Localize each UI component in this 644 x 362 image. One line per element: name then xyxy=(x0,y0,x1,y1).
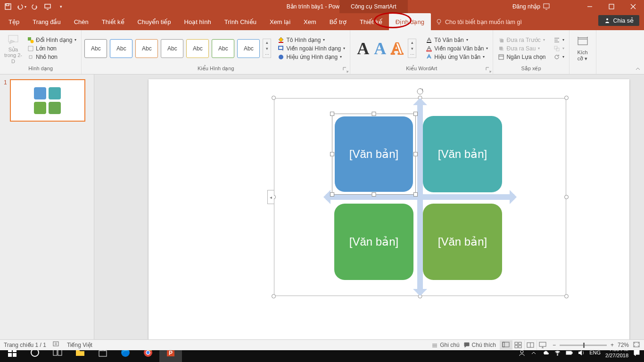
tab-smartart-format[interactable]: Định dạng xyxy=(389,13,431,30)
larger-icon xyxy=(27,45,34,52)
wordart-style-1[interactable]: A xyxy=(357,40,369,57)
svg-rect-20 xyxy=(499,47,503,50)
slideshow-view-button[interactable] xyxy=(537,340,549,350)
smaller-button[interactable]: Nhỏ hơn xyxy=(25,53,78,61)
slide-thumbnail-panel[interactable]: 1 xyxy=(0,74,94,350)
reading-view-button[interactable] xyxy=(524,340,537,350)
align-icon xyxy=(553,37,560,43)
wordart-gallery-nav[interactable]: ▴▾⋯ xyxy=(408,39,416,58)
smartart-selection[interactable]: ◂ [Văn bản] [Văn bản] [Văn bản] [Văn bản… xyxy=(274,98,566,296)
handle-tl[interactable] xyxy=(272,96,276,100)
normal-view-button[interactable] xyxy=(500,340,512,350)
sign-in[interactable]: Đăng nhập xyxy=(512,0,550,13)
tab-animations[interactable]: Hoạt hình xyxy=(178,13,218,30)
svg-rect-2 xyxy=(45,4,50,8)
redo-button[interactable] xyxy=(28,1,41,12)
tray-language[interactable]: ENG xyxy=(589,350,601,355)
shape-fill-button[interactable]: Tô Hình dạng▾ xyxy=(276,36,347,44)
slide-canvas[interactable]: ◂ [Văn bản] [Văn bản] [Văn bản] [Văn bản… xyxy=(149,79,629,350)
collapse-ribbon-icon[interactable] xyxy=(635,66,641,72)
shape-outline-button[interactable]: Viền ngoài Hình dạng▾ xyxy=(276,45,347,52)
wordart-gallery[interactable]: A A A ▴▾⋯ xyxy=(353,39,420,58)
change-shape-button[interactable]: Đổi Hình dạng▾ xyxy=(25,36,78,44)
effects-icon xyxy=(278,54,284,60)
selection-pane-button[interactable]: Ngăn Lựa chọn xyxy=(496,53,547,61)
shape-style-4[interactable]: Abc xyxy=(161,39,183,58)
rotate-button[interactable]: ▾ xyxy=(552,53,566,61)
shape-style-3[interactable]: Abc xyxy=(135,39,158,58)
maximize-button[interactable] xyxy=(601,0,622,13)
svg-rect-4 xyxy=(609,4,614,9)
svg-rect-42 xyxy=(58,350,62,355)
text-effects-button[interactable]: Hiệu ứng Văn bản▾ xyxy=(424,53,490,61)
slide-thumbnail-1[interactable] xyxy=(10,79,85,122)
expand-text-pane[interactable]: ◂ xyxy=(267,190,274,204)
slide-edit-area[interactable]: ◂ [Văn bản] [Văn bản] [Văn bản] [Văn bản… xyxy=(94,74,644,350)
workspace: 1 ◂ xyxy=(0,74,644,350)
shape-style-5[interactable]: Abc xyxy=(186,39,209,58)
text-outline-button[interactable]: Viền ngoài Văn bản▾ xyxy=(424,45,490,52)
display-options-icon[interactable] xyxy=(543,3,550,10)
smartart-box-4[interactable]: [Văn bản] xyxy=(423,204,502,280)
tab-review[interactable]: Xem lại xyxy=(263,13,297,30)
tell-me[interactable]: Cho tôi biết bạn muốn làm gì xyxy=(436,18,522,25)
wordart-style-2[interactable]: A xyxy=(374,40,386,57)
undo-button[interactable]: ▾ xyxy=(15,1,27,12)
svg-point-6 xyxy=(606,18,608,20)
ribbon: Sửatrong 2-D Đổi Hình dạng▾ Lớn hơn Nhỏ … xyxy=(0,30,644,74)
shape-styles-gallery[interactable]: Abc Abc Abc Abc Abc Abc Abc ▴▾⋯ xyxy=(84,39,271,58)
smartart-box-3[interactable]: [Văn bản] xyxy=(334,204,413,280)
tab-file[interactable]: Tệp xyxy=(2,13,26,30)
sorter-view-button[interactable] xyxy=(512,340,524,350)
close-button[interactable] xyxy=(622,0,644,13)
handle-bl[interactable] xyxy=(272,294,276,298)
tab-view[interactable]: Xem xyxy=(297,13,323,30)
save-button[interactable] xyxy=(2,1,14,12)
tab-slideshow[interactable]: Trình Chiếu xyxy=(218,13,263,30)
size-button[interactable]: Kíchcỡ ▾ xyxy=(572,35,593,61)
tab-home[interactable]: Trang đầu xyxy=(26,13,67,30)
gallery-nav[interactable]: ▴▾⋯ xyxy=(263,39,271,58)
inner-selection[interactable] xyxy=(332,114,416,195)
minimize-button[interactable] xyxy=(579,0,601,13)
handle-br[interactable] xyxy=(564,294,569,298)
slide-count[interactable]: Trang chiếu 1 / 1 xyxy=(4,342,46,348)
start-from-beginning-button[interactable] xyxy=(41,1,54,12)
shape-style-2[interactable]: Abc xyxy=(110,39,132,58)
tab-transitions[interactable]: Chuyển tiếp xyxy=(131,13,178,30)
shape-effects-button[interactable]: Hiệu ứng Hình dạng▾ xyxy=(276,53,347,61)
handle-mr[interactable] xyxy=(564,195,569,199)
handle-tr[interactable] xyxy=(564,96,569,100)
selection-pane-icon xyxy=(498,54,504,60)
spell-check-icon[interactable] xyxy=(53,341,60,349)
zoom-out[interactable]: − xyxy=(553,342,556,348)
zoom-in[interactable]: + xyxy=(611,342,614,348)
align-button[interactable]: ▾ xyxy=(552,36,566,44)
tab-insert[interactable]: Chèn xyxy=(67,13,95,30)
ribbon-tabs: Tệp Trang đầu Chèn Thiết kế Chuyển tiếp … xyxy=(0,13,644,30)
bring-forward-icon xyxy=(498,37,504,43)
notes-button[interactable]: Ghi chú xyxy=(431,342,459,348)
shape-style-1[interactable]: Abc xyxy=(84,39,107,58)
zoom-level[interactable]: 72% xyxy=(618,342,629,348)
qat-customize[interactable]: ▾ xyxy=(55,1,67,12)
shape-style-6[interactable]: Abc xyxy=(212,39,234,58)
svg-rect-54 xyxy=(634,350,639,354)
language-status[interactable]: Tiếng Việt xyxy=(67,342,92,348)
tab-smartart-design[interactable]: Thiết kế xyxy=(353,13,389,30)
fit-to-window[interactable] xyxy=(633,341,640,349)
lightbulb-icon xyxy=(436,18,442,25)
share-button[interactable]: Chia sẻ xyxy=(598,15,639,26)
zoom-slider[interactable] xyxy=(560,345,607,346)
larger-button[interactable]: Lớn hơn xyxy=(25,45,78,52)
wordart-launcher[interactable] xyxy=(485,66,492,73)
text-fill-button[interactable]: Tô Văn bản▾ xyxy=(424,36,490,44)
shape-style-7[interactable]: Abc xyxy=(237,39,260,58)
tab-addins[interactable]: Bổ trợ xyxy=(323,13,353,30)
shape-styles-launcher[interactable] xyxy=(342,66,349,73)
tab-design[interactable]: Thiết kế xyxy=(95,13,131,30)
smartart-box-2[interactable]: [Văn bản] xyxy=(423,116,502,192)
wordart-style-3[interactable]: A xyxy=(391,40,403,57)
group-wordart-styles: A A A ▴▾⋯ Tô Văn bản▾ Viền ngoài Văn bản… xyxy=(350,30,493,74)
comments-button[interactable]: Chú thích xyxy=(463,342,496,348)
